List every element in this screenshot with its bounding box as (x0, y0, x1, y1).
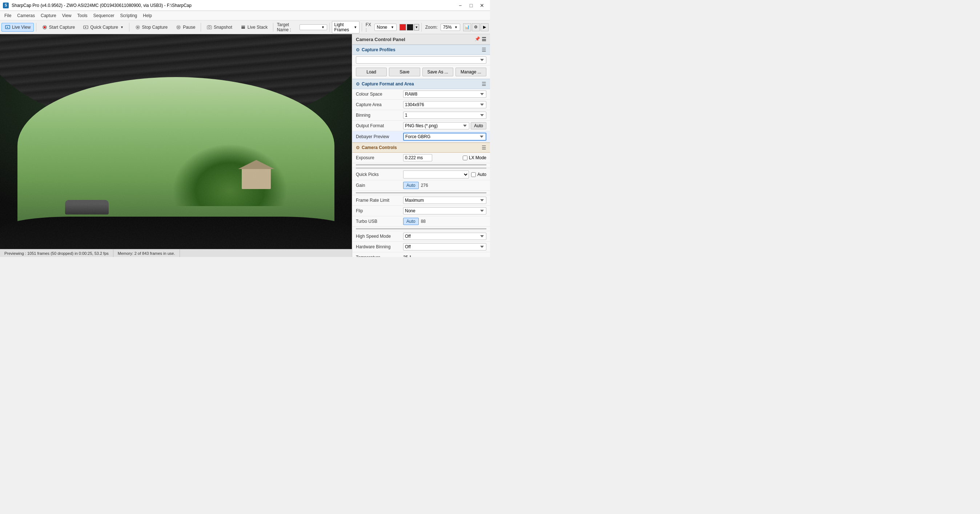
app-icon: S (3, 3, 9, 8)
svg-point-6 (177, 25, 180, 29)
menu-cameras[interactable]: Cameras (14, 12, 38, 19)
maximize-button[interactable]: □ (466, 2, 476, 9)
hardware-binning-row: Hardware Binning Off (352, 242, 490, 252)
camera-controls-title: Camera Controls (362, 145, 397, 150)
profile-select[interactable] (356, 56, 486, 64)
capture-profiles-section-header: ⊙ Capture Profiles ☰ (352, 45, 490, 55)
debayer-preview-select[interactable]: Force GBRG (403, 133, 486, 141)
exposure-slider-row[interactable] (352, 163, 490, 167)
quick-picks-select[interactable] (403, 170, 469, 178)
more-button[interactable]: ▶ (480, 23, 488, 31)
zoom-dropdown[interactable]: 75% ▼ (441, 24, 460, 31)
menu-help[interactable]: Help (140, 12, 155, 19)
color-dropdown-button[interactable]: ▼ (414, 24, 419, 30)
view-tools-group: 📊 ⚙ ▶ (463, 23, 488, 31)
histogram-button[interactable]: 📊 (463, 23, 471, 31)
exposure-slider-track-2[interactable] (356, 167, 486, 169)
svg-rect-9 (207, 26, 212, 29)
frame-rate-row: Frame Rate Limit Maximum (352, 195, 490, 206)
load-profile-button[interactable]: Load (356, 68, 387, 76)
settings-button[interactable]: ⚙ (472, 23, 480, 31)
high-speed-mode-value[interactable]: Off (403, 232, 486, 240)
frame-rate-select[interactable]: Maximum (403, 197, 486, 204)
output-format-select[interactable]: PNG files (*.png) (403, 122, 469, 129)
stop-capture-button[interactable]: Stop Capture (132, 23, 171, 32)
binning-row: Binning 1 (352, 110, 490, 121)
color-black-button[interactable] (407, 24, 413, 30)
exposure-slider-track[interactable] (356, 164, 486, 165)
live-view-button[interactable]: Live View (2, 23, 34, 32)
quick-capture-icon (83, 24, 89, 30)
snapshot-button[interactable]: Snapshot (203, 23, 235, 32)
fx-dropdown[interactable]: None ▼ (374, 24, 396, 31)
panel-menu-icon[interactable]: ☰ (482, 37, 486, 42)
debayer-preview-row: Debayer Preview Force GBRG (352, 131, 490, 143)
quick-capture-dropdown-icon[interactable]: ▼ (120, 25, 124, 29)
exposure-input[interactable] (403, 154, 432, 161)
gain-auto-button[interactable]: Auto (403, 182, 419, 189)
panel-header-controls: 📌 ☰ (475, 37, 486, 42)
capture-area-select[interactable]: 1304x976 (403, 101, 486, 108)
flip-select[interactable]: None (403, 207, 486, 215)
hardware-binning-select[interactable]: Off (403, 243, 486, 250)
separator-5 (329, 23, 330, 32)
output-format-auto-button[interactable]: Auto (471, 122, 486, 129)
close-button[interactable]: ✕ (477, 2, 487, 9)
capture-profiles-menu-icon[interactable]: ☰ (482, 47, 486, 53)
exposure-label: Exposure (356, 155, 403, 160)
menu-view[interactable]: View (59, 12, 75, 19)
high-speed-mode-select[interactable]: Off (403, 232, 486, 240)
manage-profile-button[interactable]: Manage ... (455, 68, 486, 76)
colour-space-value[interactable]: RAW8 (403, 91, 486, 98)
save-profile-button[interactable]: Save (389, 68, 420, 76)
debayer-preview-value[interactable]: Force GBRG (403, 133, 486, 141)
turbo-usb-slider-track[interactable] (356, 228, 486, 229)
capture-profiles-title: Capture Profiles (362, 47, 396, 53)
live-stack-button[interactable]: Live Stack (237, 23, 271, 32)
separator-2 (129, 23, 129, 32)
turbo-usb-slider-row[interactable] (352, 227, 490, 231)
turbo-usb-auto-button[interactable]: Auto (403, 218, 419, 225)
capture-profiles-collapse-icon[interactable]: ⊙ (356, 47, 360, 53)
color-red-button[interactable] (399, 24, 406, 30)
svg-rect-5 (137, 26, 138, 28)
frame-rate-value[interactable]: Maximum (403, 197, 486, 204)
menu-file[interactable]: File (2, 12, 14, 19)
profile-select-row (352, 55, 490, 65)
gain-slider-row[interactable] (352, 191, 490, 195)
minimize-button[interactable]: − (455, 2, 465, 9)
svg-rect-11 (241, 28, 245, 29)
gain-slider-track[interactable] (356, 192, 486, 193)
binning-select[interactable]: 1 (403, 111, 486, 119)
quick-picks-auto-checkbox[interactable] (471, 172, 476, 177)
hardware-binning-value[interactable]: Off (403, 243, 486, 250)
start-capture-button[interactable]: Start Capture (38, 23, 78, 32)
camera-controls-menu-icon[interactable]: ☰ (482, 145, 486, 151)
target-name-dropdown[interactable]: ▼ (299, 24, 327, 30)
camera-controls-collapse-icon[interactable]: ⊙ (356, 145, 360, 150)
quick-capture-button[interactable]: Quick Capture ▼ (80, 23, 127, 32)
menu-sequencer[interactable]: Sequencer (91, 12, 118, 19)
light-frames-dropdown[interactable]: Light Frames ▼ (332, 21, 360, 33)
capture-area-value[interactable]: 1304x976 (403, 101, 486, 108)
panel-pin-icon[interactable]: 📌 (475, 37, 480, 42)
menu-scripting[interactable]: Scripting (118, 12, 140, 19)
turbo-usb-row: Turbo USB Auto 88 (352, 216, 490, 227)
separator-3 (200, 23, 201, 32)
lx-mode-checkbox[interactable] (463, 156, 468, 160)
zoom-label: Zoom: (424, 25, 439, 30)
flip-value[interactable]: None (403, 207, 486, 215)
menu-tools[interactable]: Tools (75, 12, 91, 19)
menu-capture[interactable]: Capture (38, 12, 59, 19)
profile-select-value[interactable] (356, 56, 486, 64)
colour-space-select[interactable]: RAW8 (403, 91, 486, 98)
capture-format-collapse-icon[interactable]: ⊙ (356, 81, 360, 86)
svg-point-2 (44, 26, 46, 29)
stop-capture-label: Stop Capture (142, 25, 168, 30)
pause-button[interactable]: Pause (172, 23, 199, 32)
zoom-value: 75% (443, 25, 453, 30)
fx-label: FX : (364, 22, 373, 32)
binning-value[interactable]: 1 (403, 111, 486, 119)
save-as-profile-button[interactable]: Save As ... (422, 68, 453, 76)
capture-format-menu-icon[interactable]: ☰ (482, 81, 486, 87)
